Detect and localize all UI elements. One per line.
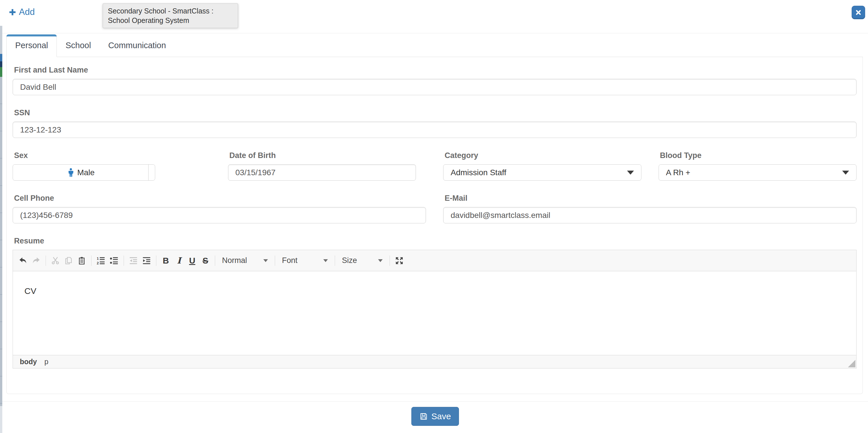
blood-type-label: Blood Type	[660, 151, 857, 160]
strikethrough-button[interactable]: S	[199, 253, 212, 268]
editor-text: CV	[24, 286, 36, 296]
blood-type-select[interactable]: A Rh +	[659, 164, 857, 181]
ssn-input[interactable]	[12, 122, 857, 138]
redo-button[interactable]	[30, 253, 43, 268]
sex-toggle[interactable]: Male	[12, 164, 155, 181]
save-button[interactable]: Save	[411, 407, 459, 426]
ssn-label: SSN	[14, 109, 857, 117]
italic-button[interactable]: I	[173, 253, 186, 268]
email-input[interactable]	[443, 207, 857, 223]
tab-bar: Personal School Communication	[6, 33, 863, 57]
dob-input[interactable]	[228, 164, 416, 181]
browser-title-tooltip: Secondary School - SmartClass : School O…	[103, 3, 238, 28]
chevron-down-icon	[263, 259, 268, 262]
plus-icon	[9, 8, 17, 16]
name-label: First and Last Name	[14, 66, 857, 74]
scissors-icon	[51, 256, 60, 266]
close-button[interactable]	[851, 6, 865, 19]
editor-toolbar: B I U S Normal Font	[13, 250, 856, 271]
close-icon	[856, 9, 861, 16]
tab-communication[interactable]: Communication	[99, 35, 175, 57]
tab-school[interactable]: School	[57, 35, 99, 57]
category-value: Admission Staff	[451, 168, 624, 177]
email-label: E-Mail	[444, 194, 857, 203]
maximize-button[interactable]	[393, 253, 406, 268]
chevron-down-icon	[378, 259, 383, 262]
outdent-button[interactable]	[127, 253, 140, 268]
path-p[interactable]: p	[44, 358, 49, 366]
resume-label: Resume	[14, 237, 857, 245]
path-body[interactable]: body	[20, 358, 37, 366]
chevron-down-icon	[842, 171, 849, 175]
outdent-icon	[128, 256, 138, 266]
maximize-icon	[395, 256, 404, 266]
category-label: Category	[444, 151, 641, 160]
male-icon	[66, 168, 75, 177]
add-staff-modal: Add Secondary School - SmartClass : Scho…	[2, 0, 868, 433]
sex-toggle-handle[interactable]	[148, 164, 155, 180]
personal-tab-panel: First and Last Name SSN Sex Male Date of…	[6, 57, 863, 394]
underline-button[interactable]: U	[186, 253, 199, 268]
indent-button[interactable]	[140, 253, 153, 268]
modal-footer: Save	[2, 401, 868, 426]
tab-personal[interactable]: Personal	[6, 34, 57, 57]
blood-type-value: A Rh +	[666, 168, 839, 177]
background-page-sliver	[0, 0, 2, 433]
undo-button[interactable]	[17, 253, 30, 268]
sex-value: Male	[77, 168, 95, 177]
add-button-label: Add	[19, 7, 35, 17]
chevron-down-icon	[323, 259, 328, 262]
clipboard-icon	[77, 256, 87, 266]
indent-icon	[142, 256, 151, 266]
resume-richtext-editor: B I U S Normal Font	[12, 250, 857, 369]
save-button-label: Save	[431, 411, 451, 421]
editor-content[interactable]: CV	[13, 271, 856, 355]
name-input[interactable]	[12, 79, 857, 95]
bold-button[interactable]: B	[159, 253, 173, 268]
cut-button[interactable]	[49, 253, 62, 268]
add-button[interactable]: Add	[9, 7, 35, 17]
dob-label: Date of Birth	[229, 151, 426, 160]
cell-phone-label: Cell Phone	[14, 194, 426, 203]
numbered-list-icon	[96, 256, 106, 266]
paragraph-format-dropdown[interactable]: Normal	[218, 253, 272, 268]
numbered-list-button[interactable]	[94, 253, 107, 268]
sex-label: Sex	[14, 151, 211, 160]
bulleted-list-icon	[109, 256, 119, 266]
chevron-down-icon	[627, 171, 634, 175]
font-size-dropdown[interactable]: Size	[338, 253, 387, 268]
paste-button[interactable]	[75, 253, 88, 268]
copy-button[interactable]	[62, 253, 75, 268]
editor-resize-handle[interactable]	[848, 360, 856, 367]
bulleted-list-button[interactable]	[107, 253, 121, 268]
editor-element-path: body p	[13, 355, 856, 368]
copy-icon	[64, 256, 73, 266]
redo-icon	[31, 256, 41, 266]
font-dropdown[interactable]: Font	[278, 253, 332, 268]
modal-header: Add Secondary School - SmartClass : Scho…	[2, 0, 868, 33]
cell-phone-input[interactable]	[12, 207, 426, 223]
undo-icon	[18, 256, 28, 266]
save-floppy-icon	[420, 412, 428, 421]
category-select[interactable]: Admission Staff	[443, 164, 641, 181]
